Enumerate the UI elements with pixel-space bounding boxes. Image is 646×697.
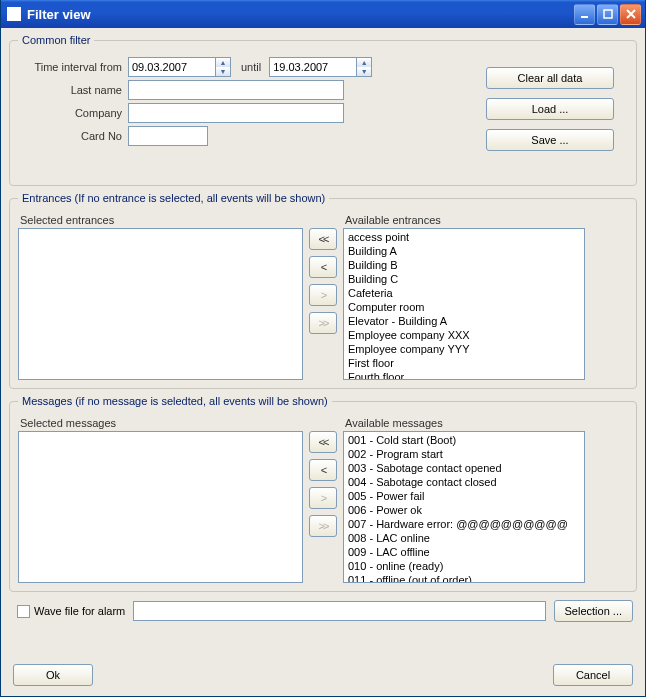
minimize-button[interactable]	[574, 4, 595, 25]
date-from-up-button[interactable]: ▲	[216, 58, 230, 67]
available-messages-caption: Available messages	[345, 417, 585, 429]
list-item[interactable]: 004 - Sabotage contact closed	[346, 475, 582, 489]
available-entrances-caption: Available entrances	[345, 214, 585, 226]
time-interval-label: Time interval from	[18, 61, 128, 73]
date-to-down-button[interactable]: ▼	[357, 67, 371, 76]
entrances-group: Entrances (If no entrance is selected, a…	[9, 192, 637, 389]
svg-rect-0	[581, 16, 588, 18]
available-entrances-list[interactable]: access pointBuilding ABuilding BBuilding…	[343, 228, 585, 380]
list-item[interactable]: 003 - Sabotage contact opened	[346, 461, 582, 475]
list-item[interactable]: 009 - LAC offline	[346, 545, 582, 559]
date-to-up-button[interactable]: ▲	[357, 58, 371, 67]
list-item[interactable]: Employee company XXX	[346, 328, 582, 342]
list-item[interactable]: Employee company YYY	[346, 342, 582, 356]
clear-all-button[interactable]: Clear all data	[486, 67, 614, 89]
date-from-spinner: ▲ ▼	[128, 57, 231, 77]
entrances-move-all-left-button[interactable]: <<	[309, 228, 337, 250]
lastname-input[interactable]	[128, 80, 344, 100]
list-item[interactable]: First floor	[346, 356, 582, 370]
list-item[interactable]: Building A	[346, 244, 582, 258]
svg-rect-1	[604, 10, 612, 18]
entrances-move-left-button[interactable]: <	[309, 256, 337, 278]
list-item[interactable]: 008 - LAC online	[346, 531, 582, 545]
common-filter-legend: Common filter	[18, 34, 94, 46]
close-icon	[625, 8, 637, 20]
selected-messages-caption: Selected messages	[20, 417, 303, 429]
messages-legend: Messages (if no message is seledted, all…	[18, 395, 332, 407]
ok-button[interactable]: Ok	[13, 664, 93, 686]
date-from-input[interactable]	[128, 57, 216, 77]
list-item[interactable]: 011 - offline (out of order)	[346, 573, 582, 583]
messages-group: Messages (if no message is seledted, all…	[9, 395, 637, 592]
list-item[interactable]: Cafeteria	[346, 286, 582, 300]
wave-file-checkbox-wrap[interactable]: Wave file for alarm	[17, 605, 125, 618]
list-item[interactable]: access point	[346, 230, 582, 244]
wave-selection-button[interactable]: Selection ...	[554, 600, 633, 622]
entrances-legend: Entrances (If no entrance is selected, a…	[18, 192, 329, 204]
selected-entrances-caption: Selected entrances	[20, 214, 303, 226]
list-item[interactable]: 002 - Program start	[346, 447, 582, 461]
maximize-icon	[602, 8, 614, 20]
selected-entrances-list[interactable]	[18, 228, 303, 380]
list-item[interactable]: Elevator - Building A	[346, 314, 582, 328]
common-filter-group: Common filter Time interval from ▲ ▼ unt…	[9, 34, 637, 186]
list-item[interactable]: 005 - Power fail	[346, 489, 582, 503]
cardno-label: Card No	[18, 130, 128, 142]
company-input[interactable]	[128, 103, 344, 123]
date-to-spinner: ▲ ▼	[269, 57, 372, 77]
messages-move-all-right-button[interactable]: >>	[309, 515, 337, 537]
until-label: until	[241, 61, 261, 73]
messages-move-right-button[interactable]: >	[309, 487, 337, 509]
cancel-button[interactable]: Cancel	[553, 664, 633, 686]
date-to-input[interactable]	[269, 57, 357, 77]
date-from-down-button[interactable]: ▼	[216, 67, 230, 76]
maximize-button[interactable]	[597, 4, 618, 25]
wave-file-label: Wave file for alarm	[34, 605, 125, 617]
list-item[interactable]: Computer room	[346, 300, 582, 314]
list-item[interactable]: 007 - Hardware error: @@@@@@@@@@	[346, 517, 582, 531]
list-item[interactable]: 001 - Cold start (Boot)	[346, 433, 582, 447]
messages-move-all-left-button[interactable]: <<	[309, 431, 337, 453]
entrances-move-right-button[interactable]: >	[309, 284, 337, 306]
available-messages-list[interactable]: 001 - Cold start (Boot)002 - Program sta…	[343, 431, 585, 583]
app-icon	[7, 7, 21, 21]
minimize-icon	[579, 8, 591, 20]
wave-file-path-input[interactable]	[133, 601, 545, 621]
list-item[interactable]: Fourth floor	[346, 370, 582, 380]
entrances-move-all-right-button[interactable]: >>	[309, 312, 337, 334]
filter-view-window: Filter view Common filter Time interval …	[0, 0, 646, 697]
list-item[interactable]: Building B	[346, 258, 582, 272]
bottom-button-row: Ok Cancel	[13, 664, 633, 686]
selected-messages-list[interactable]	[18, 431, 303, 583]
window-title: Filter view	[27, 7, 91, 22]
messages-move-left-button[interactable]: <	[309, 459, 337, 481]
client-area: Common filter Time interval from ▲ ▼ unt…	[5, 28, 641, 692]
lastname-label: Last name	[18, 84, 128, 96]
wave-file-row: Wave file for alarm Selection ...	[17, 600, 633, 622]
load-button[interactable]: Load ...	[486, 98, 614, 120]
close-button[interactable]	[620, 4, 641, 25]
cardno-input[interactable]	[128, 126, 208, 146]
list-item[interactable]: Building C	[346, 272, 582, 286]
wave-file-checkbox[interactable]	[17, 605, 30, 618]
list-item[interactable]: 010 - online (ready)	[346, 559, 582, 573]
company-label: Company	[18, 107, 128, 119]
titlebar[interactable]: Filter view	[1, 0, 645, 28]
list-item[interactable]: 006 - Power ok	[346, 503, 582, 517]
save-button[interactable]: Save ...	[486, 129, 614, 151]
